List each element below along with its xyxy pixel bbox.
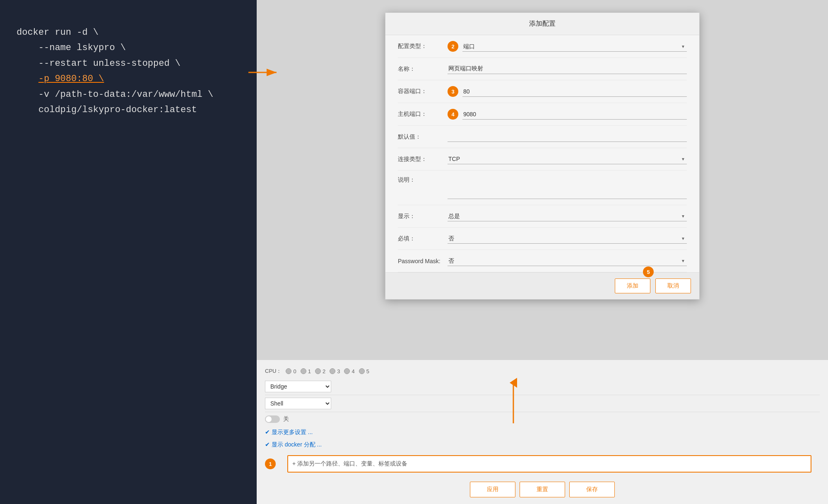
container-port-input[interactable] bbox=[462, 86, 687, 97]
host-port-control: 4 bbox=[448, 109, 687, 120]
step-badge-4: 4 bbox=[448, 109, 458, 120]
password-mask-label: Password Mask: bbox=[398, 258, 448, 264]
terminal-line-5: -v /path-to-data:/var/www/html \ bbox=[17, 87, 240, 102]
name-row: 名称： bbox=[398, 58, 687, 80]
step-badge-3: 3 bbox=[448, 86, 458, 97]
required-label: 必填： bbox=[398, 235, 448, 242]
default-value-control bbox=[448, 132, 687, 142]
display-label: 显示： bbox=[398, 213, 448, 220]
container-port-label: 容器端口： bbox=[398, 88, 448, 95]
name-input[interactable] bbox=[448, 64, 687, 74]
required-control: 否 bbox=[448, 233, 687, 244]
terminal-line-1: docker run -d \ bbox=[17, 25, 240, 40]
description-label: 说明： bbox=[398, 176, 448, 184]
terminal-line-2: --name lskypro \ bbox=[17, 40, 240, 55]
required-select[interactable]: 否 bbox=[448, 233, 687, 244]
default-value-label: 默认值： bbox=[398, 133, 448, 141]
host-port-row: 主机端口： 4 bbox=[398, 103, 687, 126]
connection-type-select[interactable]: TCP bbox=[448, 154, 687, 164]
terminal-content: docker run -d \ --name lskypro \ --resta… bbox=[17, 25, 240, 118]
default-value-row: 默认值： bbox=[398, 126, 687, 148]
cancel-button[interactable]: 取消 bbox=[655, 278, 691, 293]
description-row: 说明： bbox=[398, 170, 687, 205]
add-button[interactable]: 添加 bbox=[615, 278, 650, 293]
connection-type-select-wrapper: TCP bbox=[448, 154, 687, 164]
connection-type-control: TCP bbox=[448, 154, 687, 164]
password-mask-select-wrapper: 否 bbox=[448, 256, 687, 266]
terminal-line-6: coldpig/lskypro-docker:latest bbox=[17, 102, 240, 118]
default-value-input[interactable] bbox=[448, 132, 687, 142]
config-type-select[interactable]: 端口 bbox=[462, 41, 687, 52]
terminal-line-3: --restart unless-stopped \ bbox=[17, 56, 240, 71]
display-row: 显示： 总是 bbox=[398, 205, 687, 228]
terminal-highlight: -p 9080:80 \ bbox=[39, 74, 104, 84]
description-control bbox=[448, 176, 687, 199]
display-select-wrapper: 总是 bbox=[448, 211, 687, 221]
dialog-title: 添加配置 bbox=[385, 13, 699, 35]
host-port-input[interactable] bbox=[462, 109, 687, 120]
arrow-from-bottom bbox=[501, 378, 526, 427]
arrow-terminal-to-dialog bbox=[248, 64, 282, 81]
step-badge-2: 2 bbox=[448, 41, 458, 52]
required-select-wrapper: 否 bbox=[448, 233, 687, 244]
dialog-overlay: 添加配置 配置类型： 2 端口 名称： bbox=[257, 0, 828, 504]
display-control: 总是 bbox=[448, 211, 687, 221]
container-port-control: 3 bbox=[448, 86, 687, 97]
step-badge-5: 5 bbox=[643, 266, 654, 277]
add-config-dialog: 添加配置 配置类型： 2 端口 名称： bbox=[385, 12, 700, 300]
password-mask-select[interactable]: 否 bbox=[448, 256, 687, 266]
config-type-row: 配置类型： 2 端口 bbox=[398, 35, 687, 58]
name-control bbox=[448, 64, 687, 74]
config-type-select-wrapper: 端口 bbox=[462, 41, 687, 52]
terminal-line-4: -p 9080:80 \ bbox=[17, 71, 240, 86]
host-port-label: 主机端口： bbox=[398, 110, 448, 118]
display-select[interactable]: 总是 bbox=[448, 211, 687, 221]
container-port-row: 容器端口： 3 bbox=[398, 80, 687, 103]
name-label: 名称： bbox=[398, 65, 448, 73]
password-mask-control: 否 bbox=[448, 256, 687, 266]
required-row: 必填： 否 bbox=[398, 228, 687, 250]
connection-type-row: 连接类型： TCP bbox=[398, 148, 687, 170]
description-input[interactable] bbox=[448, 189, 687, 199]
main-panel: CPU： 0 1 2 3 4 5 Bridge Shell 关 ✔ 显 bbox=[257, 0, 828, 504]
connection-type-label: 连接类型： bbox=[398, 156, 448, 163]
config-type-control: 2 端口 bbox=[448, 41, 687, 52]
dialog-footer: 5 添加 取消 bbox=[385, 272, 699, 299]
terminal-panel: docker run -d \ --name lskypro \ --resta… bbox=[0, 0, 257, 504]
dialog-body: 配置类型： 2 端口 名称： bbox=[385, 35, 699, 272]
config-type-label: 配置类型： bbox=[398, 43, 448, 50]
